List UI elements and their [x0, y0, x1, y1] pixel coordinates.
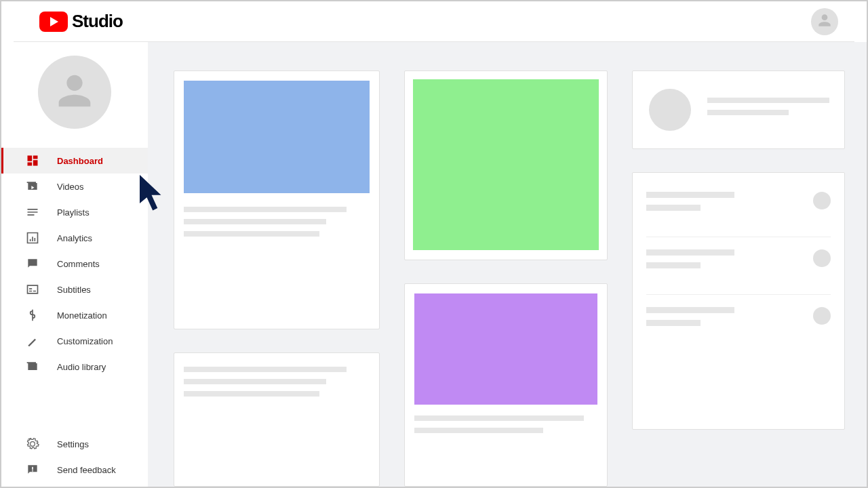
sidebar-item-label: Monetization — [57, 310, 107, 321]
sidebar-item-label: Subtitles — [57, 285, 91, 295]
sidebar-item-feedback[interactable]: Send feedback — [1, 457, 148, 483]
sidebar-item-analytics[interactable]: Analytics — [1, 225, 148, 251]
sidebar-item-monetization[interactable]: Monetization — [1, 302, 148, 328]
dashboard-card-news[interactable] — [404, 283, 608, 487]
sidebar-item-audio-library[interactable]: Audio library — [1, 354, 148, 380]
audio-icon — [26, 360, 39, 373]
sidebar-item-label: Send feedback — [57, 465, 116, 475]
analytics-icon — [26, 231, 39, 245]
list-item[interactable] — [646, 237, 831, 295]
account-avatar[interactable] — [811, 8, 838, 35]
sidebar-item-comments[interactable]: Comments — [1, 251, 148, 277]
sidebar-item-label: Customization — [57, 336, 113, 346]
status-dot — [813, 307, 831, 325]
sidebar-item-dashboard[interactable]: Dashboard — [1, 148, 148, 174]
brand-text: Studio — [72, 11, 123, 32]
studio-logo[interactable]: Studio — [39, 11, 123, 32]
wand-icon — [26, 334, 39, 348]
placeholder-text — [646, 307, 734, 333]
list-item[interactable] — [646, 295, 831, 352]
feedback-icon — [26, 463, 39, 476]
placeholder-text — [405, 411, 607, 449]
placeholder-text — [646, 192, 734, 218]
videos-icon — [26, 180, 39, 193]
sidebar-item-playlists[interactable]: Playlists — [1, 199, 148, 225]
sidebar-item-videos[interactable]: Videos — [1, 174, 148, 199]
placeholder-text — [707, 98, 829, 122]
youtube-play-icon — [39, 12, 68, 32]
card-image-placeholder — [413, 79, 599, 250]
dollar-icon — [26, 308, 39, 322]
sidebar-item-subtitles[interactable]: Subtitles — [1, 277, 148, 302]
dashboard-main — [148, 42, 867, 487]
person-icon — [816, 12, 833, 32]
comments-icon — [26, 257, 39, 270]
sidebar-item-label: Settings — [57, 439, 89, 449]
card-image-placeholder — [414, 293, 597, 405]
status-dot — [813, 192, 831, 209]
sidebar-item-label: Playlists — [57, 207, 90, 218]
list-item[interactable] — [646, 192, 831, 237]
placeholder-text — [184, 207, 370, 237]
subtitles-icon — [26, 283, 39, 296]
sidebar-bottom: Settings Send feedback — [1, 431, 148, 487]
video-thumbnail-placeholder — [184, 81, 370, 193]
dashboard-card-list[interactable] — [632, 172, 845, 430]
sidebar-item-label: Audio library — [57, 362, 106, 372]
channel-avatar[interactable] — [38, 56, 111, 129]
sidebar-item-label: Videos — [57, 182, 84, 192]
sidebar-item-label: Analytics — [57, 233, 92, 243]
placeholder-text — [184, 367, 370, 396]
gear-icon — [26, 437, 39, 451]
sidebar-item-customization[interactable]: Customization — [1, 328, 148, 354]
app-header: Studio — [14, 1, 854, 42]
sidebar-nav: Dashboard Videos Playlists Analytics Com… — [1, 148, 148, 431]
dashboard-card-secondary[interactable] — [174, 352, 380, 487]
dashboard-card-analytics[interactable] — [404, 70, 608, 260]
sidebar: Dashboard Videos Playlists Analytics Com… — [1, 42, 148, 487]
dashboard-card-video[interactable] — [174, 70, 380, 329]
sidebar-item-label: Dashboard — [57, 156, 103, 166]
playlists-icon — [26, 205, 39, 219]
channel-small-avatar — [649, 89, 691, 131]
dashboard-card-channel[interactable] — [632, 70, 845, 149]
placeholder-text — [646, 249, 734, 275]
status-dot — [813, 249, 831, 267]
cursor-pointer-icon — [140, 175, 168, 210]
sidebar-item-label: Comments — [57, 259, 100, 269]
svg-rect-2 — [32, 470, 33, 472]
sidebar-item-settings[interactable]: Settings — [1, 431, 148, 457]
person-icon — [51, 67, 98, 117]
svg-rect-1 — [32, 467, 33, 470]
dashboard-icon — [26, 154, 39, 167]
